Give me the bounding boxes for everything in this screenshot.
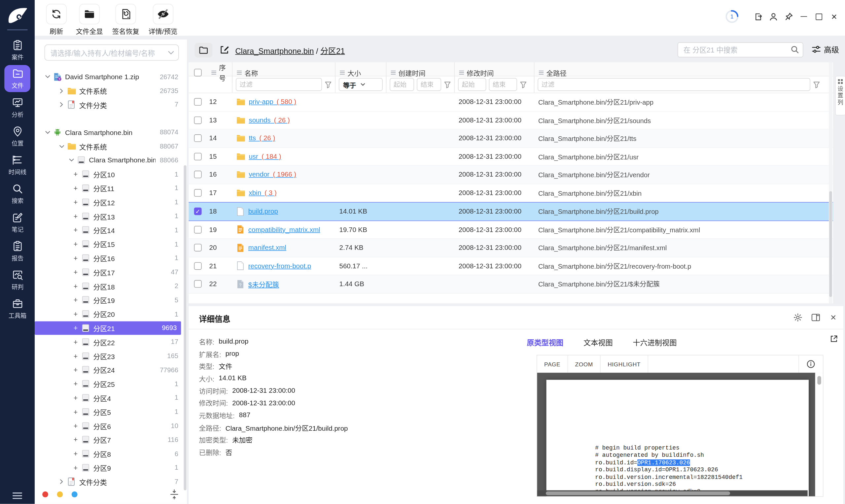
panel-layout-icon[interactable]	[811, 312, 820, 322]
tree-item-分区4[interactable]: +分区41	[35, 391, 182, 404]
funnel-icon[interactable]	[520, 81, 527, 88]
yellow-dot[interactable]	[57, 491, 63, 498]
table-row-usr[interactable]: 15usr ( 184 )2008-12-31 23:00:00Clara_Sm…	[189, 147, 833, 166]
row-checkbox[interactable]	[194, 170, 202, 178]
table-row-sounds[interactable]: 13sounds ( 26 )2008-12-31 23:00:00Clara_…	[189, 111, 833, 129]
tree-item-分区24[interactable]: +分区2477966	[35, 363, 182, 377]
tree-item-分区14[interactable]: +分区141	[35, 223, 182, 237]
tree-item-Clara Smartphone.bin[interactable]: Clara Smartphone.bin88074	[35, 125, 182, 139]
tree-item-分区25[interactable]: +分区251	[35, 377, 182, 391]
tree-item-分区5[interactable]: +分区51	[35, 405, 182, 419]
expand-plus-icon[interactable]: +	[72, 240, 80, 248]
tree-item-David Smartphone 1.zip[interactable]: ?David Smartphone 1.zip26742	[35, 70, 182, 84]
sidebar-item-search[interactable]: 搜索	[0, 179, 35, 208]
file-name-link[interactable]: sounds ( 26 )	[249, 116, 289, 124]
sidebar-item-analysis[interactable]: 分析	[0, 93, 35, 122]
expand-plus-icon[interactable]: +	[72, 269, 80, 275]
table-row-tts[interactable]: 14tts ( 26 )2008-12-31 23:00:00Clara_Sma…	[189, 129, 833, 147]
tree-item-分区10[interactable]: +分区101	[35, 167, 182, 181]
tree-item-Clara Smartphone.bin[interactable]: Clara Smartphone.bin88066	[35, 154, 182, 167]
row-checkbox[interactable]: ✓	[194, 208, 202, 215]
tree-item-文件系统[interactable]: 文件系统88067	[35, 139, 182, 153]
vertical-scrollbar[interactable]	[815, 373, 823, 496]
expand-plus-icon[interactable]: +	[72, 227, 80, 234]
viewer-button-highlight[interactable]: HIGHLIGHT	[601, 356, 648, 373]
table-row-manifest.xml[interactable]: 20manifest.xml2.74 KB2008-12-31 23:00:00…	[189, 239, 833, 257]
task-progress-spinner[interactable]: 1	[725, 9, 739, 24]
pin-icon[interactable]	[784, 11, 793, 22]
expand-plus-icon[interactable]: +	[72, 185, 80, 192]
table-scrollbar[interactable]	[829, 62, 832, 303]
funnel-icon[interactable]	[813, 81, 820, 88]
row-checkbox[interactable]	[194, 244, 202, 252]
up-folder-button[interactable]	[194, 42, 212, 57]
tree-item-分区8[interactable]: +分区86	[35, 447, 182, 461]
breadcrumb-current-link[interactable]: 分区21	[320, 46, 345, 55]
modified-start-input[interactable]	[458, 78, 486, 91]
expand-plus-icon[interactable]: +	[72, 436, 80, 443]
expand-plus-icon[interactable]: +	[72, 338, 80, 345]
table-row-vendor[interactable]: 16vendor ( 1966 )2008-12-31 23:00:00Clar…	[189, 166, 833, 184]
tree-item-分区11[interactable]: +分区111	[35, 181, 182, 195]
blue-dot[interactable]	[72, 491, 77, 498]
expand-plus-icon[interactable]: +	[72, 450, 80, 457]
expand-plus-icon[interactable]: +	[72, 296, 80, 303]
menu-icon[interactable]	[0, 492, 35, 499]
expand-plus-icon[interactable]: +	[72, 422, 80, 429]
expand-plus-icon[interactable]: +	[72, 213, 80, 219]
expand-plus-icon[interactable]: +	[72, 394, 80, 401]
viewer-button-zoom[interactable]: ZOOM	[568, 356, 601, 373]
file-name-link[interactable]: recovery-from-boot.p	[248, 262, 311, 270]
tree-item-分区13[interactable]: +分区131	[35, 209, 182, 223]
tree-item-分区7[interactable]: +分区7116	[35, 433, 182, 447]
partition-search-input[interactable]	[678, 43, 790, 57]
created-start-input[interactable]	[390, 78, 414, 91]
file-name-link[interactable]: $未分配簇	[248, 279, 279, 289]
size-operator-select[interactable]: 等于	[339, 78, 383, 91]
external-link-icon[interactable]	[830, 335, 838, 343]
file-name-link[interactable]: manifest.xml	[248, 244, 286, 252]
chevron-right-icon[interactable]	[57, 479, 66, 484]
table-scrollbar-thumb[interactable]	[829, 191, 832, 297]
file-name-link[interactable]: tts ( 26 )	[249, 134, 275, 142]
vertical-scrollbar-thumb[interactable]	[817, 376, 821, 384]
sidebar-item-notes[interactable]: 笔记	[0, 208, 35, 237]
tree-item-分区18[interactable]: +分区182	[35, 279, 182, 293]
chevron-down-icon[interactable]	[57, 145, 66, 148]
modified-end-input[interactable]	[489, 78, 517, 91]
tree-item-分区6[interactable]: +分区610	[35, 419, 182, 433]
row-checkbox[interactable]	[194, 152, 202, 160]
path-filter-input[interactable]	[538, 78, 810, 91]
file-name-link[interactable]: xbin ( 3 )	[249, 189, 276, 196]
detail-preview-button[interactable]: 详情/预览	[148, 4, 178, 36]
table-row-compatibility_matrix.xml[interactable]: 19compatibility_matrix.xml19.70 KB2008-1…	[189, 221, 833, 239]
file-name-link[interactable]: build.prop	[248, 208, 278, 215]
sidebar-item-timeline[interactable]: 时间线	[0, 150, 35, 179]
file-name-link[interactable]: usr ( 184 )	[249, 152, 281, 160]
sidebar-item-report[interactable]: 报告	[0, 237, 35, 265]
tree-item-分区21[interactable]: +分区219693	[35, 321, 181, 335]
expand-plus-icon[interactable]: +	[72, 254, 80, 262]
funnel-icon[interactable]	[444, 81, 451, 88]
export-icon[interactable]	[754, 11, 762, 22]
red-dot[interactable]	[42, 491, 48, 498]
preview-tab-十六进制视图[interactable]: 十六进制视图	[633, 336, 676, 347]
file-name-link[interactable]: priv-app ( 580 )	[249, 98, 296, 106]
close-details-icon[interactable]: ✕	[829, 312, 838, 322]
signature-recovery-button[interactable]: 签名恢复	[112, 4, 139, 36]
maximize-button[interactable]	[815, 11, 823, 22]
expand-plus-icon[interactable]: +	[72, 311, 80, 318]
tree-item-分区12[interactable]: +分区121	[35, 195, 182, 209]
tree-item-分区17[interactable]: +分区1747	[35, 265, 182, 279]
breadcrumb-root-link[interactable]: Clara_Smartphone.bin	[235, 46, 314, 55]
row-checkbox[interactable]	[194, 116, 202, 124]
tree-item-分区20[interactable]: +分区201	[35, 307, 182, 321]
user-icon[interactable]	[769, 11, 778, 22]
row-checkbox[interactable]	[194, 262, 202, 270]
horizontal-scrollbar[interactable]	[537, 490, 808, 497]
column-settings-tab[interactable]: 设置列	[835, 76, 845, 115]
name-filter-input[interactable]	[236, 78, 322, 91]
preview-tab-原类型视图[interactable]: 原类型视图	[527, 336, 563, 347]
tree-item-文件分类[interactable]: 文件分类7	[35, 98, 182, 111]
table-row-xbin[interactable]: 17xbin ( 3 )2008-12-31 23:00:00Clara_Sma…	[189, 184, 833, 202]
